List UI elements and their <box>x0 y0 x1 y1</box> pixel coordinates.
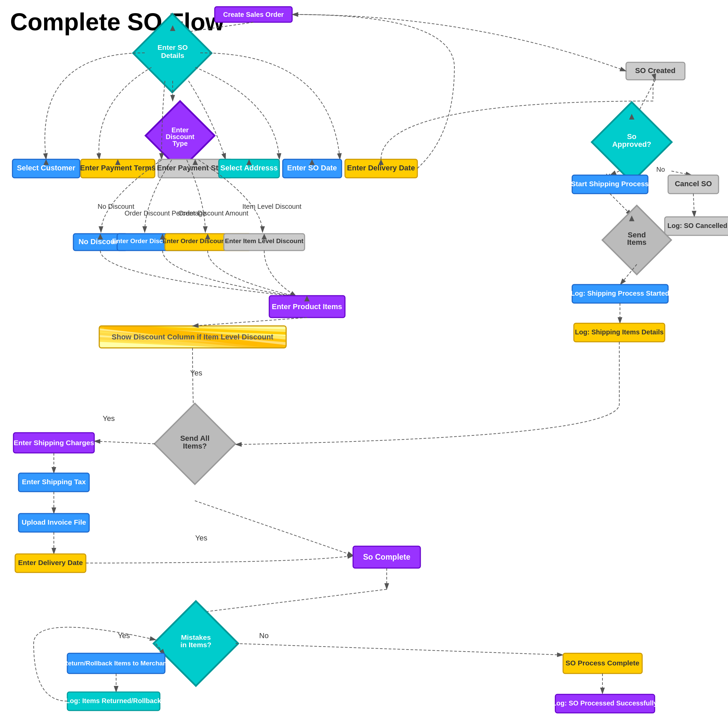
no-mistakes-label: No <box>259 632 269 640</box>
enter-delivery-date-bot-label: Enter Delivery Date <box>18 559 83 566</box>
svg-text:Items?: Items? <box>183 442 207 450</box>
cancel-so-label: Cancel SO <box>675 179 712 188</box>
svg-line-37 <box>193 317 307 326</box>
svg-text:Approved?: Approved? <box>612 140 651 149</box>
log-so-cancelled-label: Log: SO Cancelled <box>667 222 727 229</box>
svg-text:Items: Items <box>627 238 646 247</box>
log-shipping-items-label: Log: Shipping Items Details <box>575 328 664 336</box>
svg-line-66 <box>196 589 387 613</box>
svg-line-44 <box>693 194 694 217</box>
item-level-discount-label: Item Level Discount <box>242 203 301 210</box>
yes-so-complete-label: Yes <box>195 534 207 542</box>
svg-text:Discount: Discount <box>165 133 194 140</box>
return-rollback-label: Return/Rollback Items to Merchant <box>63 660 169 667</box>
enter-shipping-tax-label: Enter Shipping Tax <box>22 478 86 486</box>
no-approved-label: No <box>656 166 665 173</box>
no-discount-path-label: No Discount <box>98 203 134 210</box>
yes-send-label: Yes <box>102 414 115 423</box>
svg-line-46 <box>610 194 632 216</box>
so-complete-label: So Complete <box>363 553 411 561</box>
svg-text:Details: Details <box>161 52 184 59</box>
svg-text:in Items?: in Items? <box>180 641 211 648</box>
upload-invoice-file-label: Upload Invoice File <box>21 518 86 526</box>
log-items-returned-label: Log: Items Returned/Rollback <box>66 697 161 705</box>
start-shipping-process-label: Start Shipping Process <box>571 180 648 187</box>
svg-text:Type: Type <box>172 140 188 147</box>
enter-so-details-label: Enter SO <box>158 43 188 51</box>
enter-shipping-charges-label: Enter Shipping Charges <box>14 439 94 446</box>
yes-mistakes-label: Yes <box>118 632 130 640</box>
show-discount-column-label: Show Discount Column if Item Level Disco… <box>112 333 274 341</box>
log-shipping-started-label: Log: Shipping Process Started <box>571 290 669 297</box>
svg-line-63 <box>195 501 353 556</box>
svg-line-55 <box>94 441 155 444</box>
create-sales-order-label: Create Sales Order <box>223 11 284 18</box>
enter-product-items-label: Enter Product Items <box>272 302 342 311</box>
send-all-items-label: Send All <box>180 434 210 443</box>
yes-send-all-label: Yes <box>190 369 202 377</box>
order-discount-amt-label: Order Discount Amount <box>178 210 248 217</box>
so-approved-label: So <box>627 132 636 141</box>
so-created-label: SO Created <box>635 66 676 75</box>
svg-line-41 <box>671 171 692 175</box>
enter-discount-type-label: Enter <box>171 126 188 134</box>
mistakes-in-items-label: Mistakes <box>181 633 211 641</box>
so-process-complete-label: SO Process Complete <box>566 659 639 667</box>
svg-line-70 <box>236 644 563 655</box>
log-so-processed-label: Log: SO Processed Successfully <box>552 699 658 707</box>
